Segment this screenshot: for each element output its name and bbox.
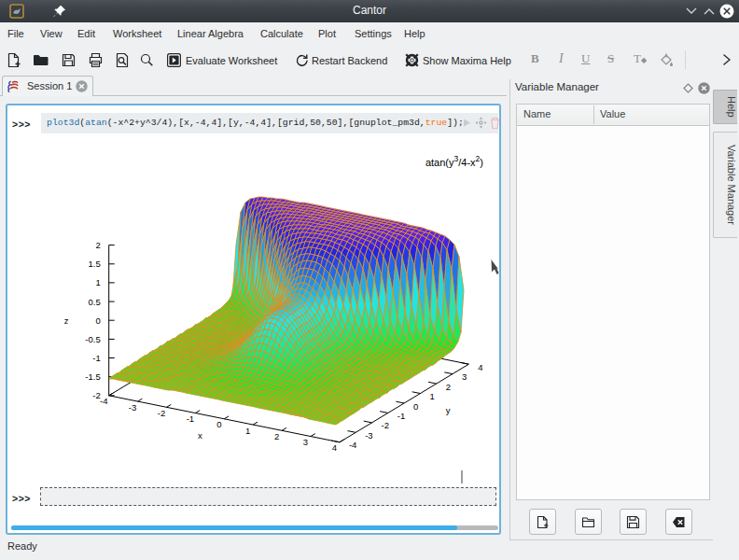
svg-text:-1.5: -1.5: [85, 371, 100, 382]
svg-text:0: 0: [95, 315, 100, 326]
svg-text:1: 1: [429, 391, 434, 401]
svg-text:4: 4: [332, 442, 337, 453]
svg-text:0: 0: [216, 419, 221, 429]
svg-text:2: 2: [446, 382, 451, 392]
svg-text:1: 1: [245, 426, 250, 436]
svg-text:1: 1: [95, 277, 100, 287]
svg-text:1.5: 1.5: [88, 259, 100, 269]
svg-text:3: 3: [462, 371, 467, 382]
svg-text:-2: -2: [92, 390, 100, 400]
svg-text:-0.5: -0.5: [85, 334, 100, 344]
svg-text:0: 0: [413, 401, 418, 412]
svg-text:2: 2: [274, 431, 279, 441]
svg-text:-4: -4: [349, 440, 356, 450]
svg-text:y: y: [446, 405, 451, 415]
svg-text:-3: -3: [365, 430, 372, 441]
svg-text:z: z: [64, 315, 69, 326]
svg-text:2: 2: [95, 240, 100, 250]
svg-text:-3: -3: [129, 402, 136, 413]
svg-text:4: 4: [478, 362, 482, 372]
svg-text:-2: -2: [158, 408, 165, 418]
svg-text:x: x: [198, 430, 202, 441]
svg-text:3: 3: [303, 437, 308, 447]
svg-text:-2: -2: [382, 420, 389, 430]
svg-text:-1: -1: [187, 413, 194, 424]
svg-text:0.5: 0.5: [88, 297, 100, 307]
svg-text:-1: -1: [397, 411, 405, 421]
svg-text:-1: -1: [92, 353, 100, 363]
svg-text:-4: -4: [100, 396, 107, 406]
